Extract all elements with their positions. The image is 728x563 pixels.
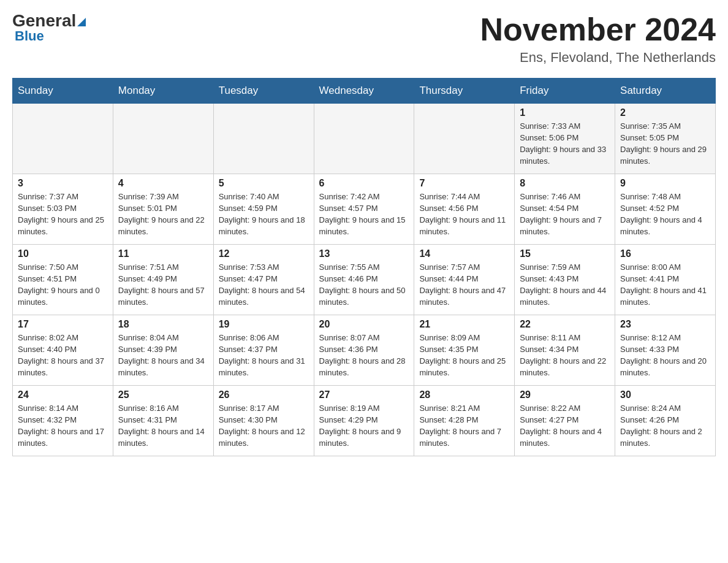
calendar-cell: 23Sunrise: 8:12 AM Sunset: 4:33 PM Dayli… bbox=[615, 315, 716, 386]
calendar-cell: 26Sunrise: 8:17 AM Sunset: 4:30 PM Dayli… bbox=[213, 386, 314, 456]
calendar-cell: 10Sunrise: 7:50 AM Sunset: 4:51 PM Dayli… bbox=[13, 245, 113, 315]
calendar-cell bbox=[314, 104, 414, 174]
calendar-cell: 7Sunrise: 7:44 AM Sunset: 4:56 PM Daylig… bbox=[414, 174, 515, 245]
day-number: 26 bbox=[219, 389, 309, 400]
calendar-cell: 13Sunrise: 7:55 AM Sunset: 4:46 PM Dayli… bbox=[314, 245, 414, 315]
day-number: 4 bbox=[118, 178, 208, 189]
day-number: 21 bbox=[419, 319, 509, 330]
day-info: Sunrise: 7:46 AM Sunset: 4:54 PM Dayligh… bbox=[520, 191, 610, 237]
calendar-cell: 12Sunrise: 7:53 AM Sunset: 4:47 PM Dayli… bbox=[213, 245, 314, 315]
column-header-friday: Friday bbox=[515, 79, 615, 104]
day-number: 7 bbox=[419, 178, 509, 189]
calendar-cell: 17Sunrise: 8:02 AM Sunset: 4:40 PM Dayli… bbox=[13, 315, 113, 386]
calendar-cell bbox=[213, 104, 314, 174]
calendar-cell: 25Sunrise: 8:16 AM Sunset: 4:31 PM Dayli… bbox=[113, 386, 213, 456]
calendar-cell: 14Sunrise: 7:57 AM Sunset: 4:44 PM Dayli… bbox=[414, 245, 515, 315]
location-subtitle: Ens, Flevoland, The Netherlands bbox=[480, 50, 716, 66]
calendar-cell bbox=[13, 104, 113, 174]
calendar-header-row: SundayMondayTuesdayWednesdayThursdayFrid… bbox=[13, 79, 716, 104]
logo-blue: Blue bbox=[12, 28, 44, 44]
day-number: 19 bbox=[219, 319, 309, 330]
calendar-cell: 6Sunrise: 7:42 AM Sunset: 4:57 PM Daylig… bbox=[314, 174, 414, 245]
day-info: Sunrise: 8:04 AM Sunset: 4:39 PM Dayligh… bbox=[118, 332, 208, 378]
column-header-sunday: Sunday bbox=[13, 79, 113, 104]
day-info: Sunrise: 7:53 AM Sunset: 4:47 PM Dayligh… bbox=[219, 262, 309, 308]
column-header-tuesday: Tuesday bbox=[213, 79, 314, 104]
calendar-cell bbox=[113, 104, 213, 174]
day-number: 23 bbox=[620, 319, 710, 330]
calendar-week-5: 24Sunrise: 8:14 AM Sunset: 4:32 PM Dayli… bbox=[13, 386, 716, 456]
day-info: Sunrise: 8:21 AM Sunset: 4:28 PM Dayligh… bbox=[419, 403, 509, 449]
column-header-saturday: Saturday bbox=[615, 79, 716, 104]
day-number: 29 bbox=[520, 389, 610, 400]
day-info: Sunrise: 7:51 AM Sunset: 4:49 PM Dayligh… bbox=[118, 262, 208, 308]
day-number: 2 bbox=[620, 107, 710, 118]
day-info: Sunrise: 8:07 AM Sunset: 4:36 PM Dayligh… bbox=[319, 332, 409, 378]
day-number: 30 bbox=[620, 389, 710, 400]
calendar-table: SundayMondayTuesdayWednesdayThursdayFrid… bbox=[12, 78, 716, 456]
day-number: 15 bbox=[520, 248, 610, 259]
calendar-cell: 9Sunrise: 7:48 AM Sunset: 4:52 PM Daylig… bbox=[615, 174, 716, 245]
calendar-week-2: 3Sunrise: 7:37 AM Sunset: 5:03 PM Daylig… bbox=[13, 174, 716, 245]
day-info: Sunrise: 7:35 AM Sunset: 5:05 PM Dayligh… bbox=[620, 121, 710, 167]
day-number: 17 bbox=[18, 319, 108, 330]
calendar-cell: 4Sunrise: 7:39 AM Sunset: 5:01 PM Daylig… bbox=[113, 174, 213, 245]
day-info: Sunrise: 7:39 AM Sunset: 5:01 PM Dayligh… bbox=[118, 191, 208, 237]
calendar-cell: 30Sunrise: 8:24 AM Sunset: 4:26 PM Dayli… bbox=[615, 386, 716, 456]
calendar-week-3: 10Sunrise: 7:50 AM Sunset: 4:51 PM Dayli… bbox=[13, 245, 716, 315]
day-info: Sunrise: 8:02 AM Sunset: 4:40 PM Dayligh… bbox=[18, 332, 108, 378]
month-title: November 2024 bbox=[480, 12, 716, 47]
logo-arrow-icon bbox=[77, 18, 86, 26]
day-info: Sunrise: 8:06 AM Sunset: 4:37 PM Dayligh… bbox=[219, 332, 309, 378]
day-number: 27 bbox=[319, 389, 409, 400]
day-number: 9 bbox=[620, 178, 710, 189]
day-number: 25 bbox=[118, 389, 208, 400]
day-info: Sunrise: 8:22 AM Sunset: 4:27 PM Dayligh… bbox=[520, 403, 610, 449]
calendar-cell: 5Sunrise: 7:40 AM Sunset: 4:59 PM Daylig… bbox=[213, 174, 314, 245]
day-number: 18 bbox=[118, 319, 208, 330]
calendar-cell: 28Sunrise: 8:21 AM Sunset: 4:28 PM Dayli… bbox=[414, 386, 515, 456]
calendar-cell: 24Sunrise: 8:14 AM Sunset: 4:32 PM Dayli… bbox=[13, 386, 113, 456]
calendar-cell: 8Sunrise: 7:46 AM Sunset: 4:54 PM Daylig… bbox=[515, 174, 615, 245]
day-info: Sunrise: 7:55 AM Sunset: 4:46 PM Dayligh… bbox=[319, 262, 409, 308]
calendar-cell: 21Sunrise: 8:09 AM Sunset: 4:35 PM Dayli… bbox=[414, 315, 515, 386]
day-number: 14 bbox=[419, 248, 509, 259]
calendar-cell: 1Sunrise: 7:33 AM Sunset: 5:06 PM Daylig… bbox=[515, 104, 615, 174]
page-header: General Blue November 2024 Ens, Flevolan… bbox=[12, 12, 716, 66]
day-number: 22 bbox=[520, 319, 610, 330]
day-info: Sunrise: 8:19 AM Sunset: 4:29 PM Dayligh… bbox=[319, 403, 409, 449]
column-header-wednesday: Wednesday bbox=[314, 79, 414, 104]
calendar-cell: 20Sunrise: 8:07 AM Sunset: 4:36 PM Dayli… bbox=[314, 315, 414, 386]
day-info: Sunrise: 8:24 AM Sunset: 4:26 PM Dayligh… bbox=[620, 403, 710, 449]
logo-general: General bbox=[12, 11, 76, 30]
day-info: Sunrise: 8:17 AM Sunset: 4:30 PM Dayligh… bbox=[219, 403, 309, 449]
day-info: Sunrise: 7:33 AM Sunset: 5:06 PM Dayligh… bbox=[520, 121, 610, 167]
calendar-cell: 2Sunrise: 7:35 AM Sunset: 5:05 PM Daylig… bbox=[615, 104, 716, 174]
calendar-cell: 16Sunrise: 8:00 AM Sunset: 4:41 PM Dayli… bbox=[615, 245, 716, 315]
title-section: November 2024 Ens, Flevoland, The Nether… bbox=[480, 12, 716, 66]
calendar-cell: 11Sunrise: 7:51 AM Sunset: 4:49 PM Dayli… bbox=[113, 245, 213, 315]
day-info: Sunrise: 8:09 AM Sunset: 4:35 PM Dayligh… bbox=[419, 332, 509, 378]
day-number: 24 bbox=[18, 389, 108, 400]
day-number: 5 bbox=[219, 178, 309, 189]
calendar-cell: 22Sunrise: 8:11 AM Sunset: 4:34 PM Dayli… bbox=[515, 315, 615, 386]
logo: General Blue bbox=[12, 12, 86, 44]
day-number: 3 bbox=[18, 178, 108, 189]
day-info: Sunrise: 7:40 AM Sunset: 4:59 PM Dayligh… bbox=[219, 191, 309, 237]
day-number: 1 bbox=[520, 107, 610, 118]
day-info: Sunrise: 7:57 AM Sunset: 4:44 PM Dayligh… bbox=[419, 262, 509, 308]
day-number: 6 bbox=[319, 178, 409, 189]
day-number: 20 bbox=[319, 319, 409, 330]
day-number: 12 bbox=[219, 248, 309, 259]
day-number: 10 bbox=[18, 248, 108, 259]
day-info: Sunrise: 7:50 AM Sunset: 4:51 PM Dayligh… bbox=[18, 262, 108, 308]
day-number: 11 bbox=[118, 248, 208, 259]
calendar-cell: 15Sunrise: 7:59 AM Sunset: 4:43 PM Dayli… bbox=[515, 245, 615, 315]
calendar-cell: 29Sunrise: 8:22 AM Sunset: 4:27 PM Dayli… bbox=[515, 386, 615, 456]
day-number: 8 bbox=[520, 178, 610, 189]
day-info: Sunrise: 8:00 AM Sunset: 4:41 PM Dayligh… bbox=[620, 262, 710, 308]
day-info: Sunrise: 8:12 AM Sunset: 4:33 PM Dayligh… bbox=[620, 332, 710, 378]
day-number: 13 bbox=[319, 248, 409, 259]
calendar-cell bbox=[414, 104, 515, 174]
day-info: Sunrise: 7:37 AM Sunset: 5:03 PM Dayligh… bbox=[18, 191, 108, 237]
